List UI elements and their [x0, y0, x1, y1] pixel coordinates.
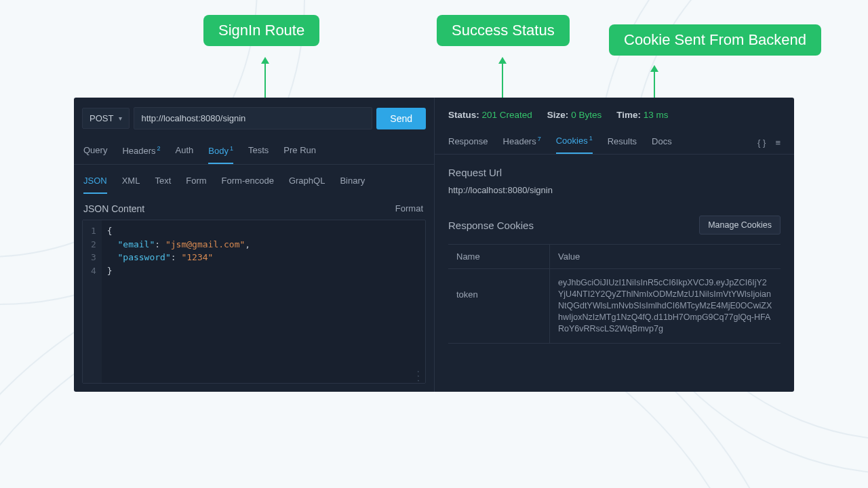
cookie-value: eyJhbGciOiJIUzI1NiIsInR5cCI6IkpXVCJ9.eyJ…: [550, 269, 781, 342]
json-content-title: JSON Content: [83, 203, 144, 214]
tab-tests[interactable]: Tests: [248, 140, 269, 164]
col-name: Name: [448, 245, 550, 268]
subtab-text[interactable]: Text: [155, 173, 171, 194]
line-gutter: 1234: [83, 220, 102, 383]
tab-headers[interactable]: Headers2: [122, 140, 160, 164]
request-pane: POST ▾ Send Query Headers2 Auth Body1 Te…: [74, 98, 435, 392]
table-row: token eyJhbGciOiJIUzI1NiIsInR5cCI6IkpXVC…: [448, 269, 781, 343]
time-label: Time:: [616, 110, 641, 120]
tab-docs[interactable]: Docs: [652, 132, 672, 153]
response-cookies-title: Response Cookies: [448, 220, 534, 231]
badge: 7: [538, 136, 541, 142]
json-content-header: JSON Content Format: [74, 194, 434, 220]
tab-label: Cookies: [556, 136, 588, 146]
code-content: { "email": "jsm@gmail.com", "password": …: [102, 220, 256, 383]
cookie-table-header: Name Value: [448, 244, 781, 269]
request-url-title: Request Url: [435, 155, 794, 182]
response-tabs: Response Headers7 Cookies1 Results Docs …: [435, 127, 794, 155]
request-url-value: http://localhost:8080/signin: [435, 182, 794, 203]
tab-results[interactable]: Results: [608, 132, 637, 153]
menu-icon[interactable]: ≡: [775, 138, 781, 148]
api-client-panel: POST ▾ Send Query Headers2 Auth Body1 Te…: [74, 98, 794, 392]
annotation-arrow: [502, 62, 503, 100]
annotation-cookie-backend: Cookie Sent From Backend: [609, 24, 821, 56]
badge: 2: [157, 145, 161, 152]
cookie-table: Name Value token eyJhbGciOiJIUzI1NiIsInR…: [448, 244, 781, 343]
badge: 1: [230, 145, 233, 152]
status-bar: Status: 201 Created Size: 0 Bytes Time: …: [435, 98, 794, 127]
tab-cookies[interactable]: Cookies1: [556, 131, 593, 154]
url-input[interactable]: [134, 107, 372, 129]
body-type-tabs: JSON XML Text Form Form-encode GraphQL B…: [74, 165, 434, 194]
time-value: 13 ms: [644, 110, 669, 120]
request-bar: POST ▾ Send: [74, 98, 434, 138]
size-value: 0 Bytes: [571, 110, 601, 120]
tab-response-headers[interactable]: Headers7: [503, 131, 541, 153]
tab-auth[interactable]: Auth: [176, 140, 194, 164]
json-editor[interactable]: 1234 { "email": "jsm@gmail.com", "passwo…: [82, 220, 426, 384]
response-pane: Status: 201 Created Size: 0 Bytes Time: …: [435, 98, 794, 392]
tab-response[interactable]: Response: [448, 132, 488, 153]
chevron-down-icon: ▾: [119, 115, 122, 122]
status-value: 201 Created: [482, 110, 532, 120]
size-label: Size:: [547, 110, 569, 120]
status-label: Status:: [448, 110, 479, 120]
subtab-xml[interactable]: XML: [122, 173, 140, 194]
tab-label: Headers: [122, 146, 155, 156]
method-select[interactable]: POST ▾: [82, 108, 130, 129]
col-value: Value: [550, 245, 781, 268]
tab-body[interactable]: Body1: [208, 140, 233, 164]
subtab-graphql[interactable]: GraphQL: [289, 173, 325, 194]
annotation-arrow: [264, 62, 266, 100]
request-tabs: Query Headers2 Auth Body1 Tests Pre Run: [74, 138, 434, 165]
manage-cookies-button[interactable]: Manage Cookies: [699, 216, 781, 235]
subtab-form[interactable]: Form: [186, 173, 206, 194]
cookie-name: token: [448, 269, 550, 342]
annotation-signin-route: SignIn Route: [203, 15, 319, 46]
subtab-json[interactable]: JSON: [83, 173, 107, 194]
subtab-binary[interactable]: Binary: [340, 173, 365, 194]
tab-label: Headers: [503, 136, 536, 146]
tab-label: Body: [208, 146, 229, 156]
tab-query[interactable]: Query: [83, 140, 107, 164]
method-value: POST: [90, 113, 113, 123]
send-button[interactable]: Send: [376, 108, 426, 129]
resize-handle-icon[interactable]: ⋰: [410, 369, 425, 383]
format-button[interactable]: Format: [395, 203, 423, 214]
subtab-form-encode[interactable]: Form-encode: [222, 173, 274, 194]
annotation-success-status: Success Status: [437, 15, 570, 46]
badge: 1: [589, 135, 593, 142]
tab-prerun[interactable]: Pre Run: [283, 140, 316, 164]
braces-icon[interactable]: { }: [757, 138, 766, 148]
